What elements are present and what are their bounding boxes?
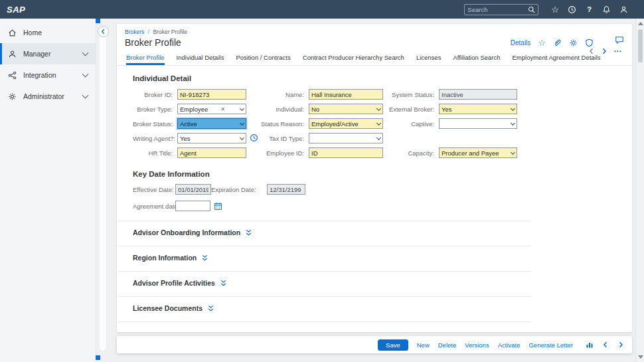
writing-agent-select[interactable]: Yes [177,133,246,143]
section-advisor-onboarding-information[interactable]: Advisor Onboarding Information [133,228,632,236]
individual-label: Individual: [248,106,307,113]
sidebar-item-home[interactable]: Home [0,22,96,43]
breadcrumb-link-brokers[interactable]: Brokers [125,29,144,35]
scrollbar-thumb[interactable] [638,29,643,62]
next-page-icon[interactable] [617,341,624,348]
sidebar-item-label: Home [23,29,42,37]
notifications-icon[interactable] [602,5,611,14]
splitter-handle-top [96,19,100,23]
page-title: Broker Profile [125,37,181,48]
external-broker-select[interactable]: Yes [439,104,517,114]
capacity-label: Capacity: [385,149,437,157]
expand-section-icon[interactable] [207,305,214,312]
scroll-down-arrow[interactable] [638,355,643,359]
activate-button[interactable]: Activate [498,341,521,349]
sidebar-item-label: Manager [23,50,50,58]
tab-strip: Broker Profile Individual Details Positi… [117,48,632,66]
expand-section-icon[interactable] [245,229,252,236]
tab-employment-agreement-details[interactable]: Employment Agreement Details [513,54,601,65]
section-advisor-profile-activities[interactable]: Advisor Profile Activities [133,279,632,287]
sidebar-item-administrator[interactable]: Administrator [0,86,96,107]
tab-licenses[interactable]: Licenses [416,54,442,65]
shield-icon[interactable] [585,39,594,47]
key-date-row-2: Agreement date: [133,201,632,211]
previous-page-icon[interactable] [602,341,609,348]
agreement-date-input[interactable] [175,201,210,211]
hr-title-input[interactable] [177,147,246,158]
favorites-icon[interactable]: ☆ [551,5,559,14]
home-icon [8,29,17,37]
search-input[interactable] [467,6,528,13]
sidebar-item-integration[interactable]: Integration [0,64,96,86]
tab-contract-producer-hierarchy-search[interactable]: Contract Producer Hierarchy Search [303,54,404,65]
overflow-menu-icon[interactable]: ⋯ [613,48,621,54]
history-icon[interactable] [568,5,576,14]
name-label: Name: [248,91,307,98]
tab-broker-profile[interactable]: Broker Profile [126,54,165,65]
save-button[interactable]: Save [378,339,408,351]
broker-id-input[interactable] [177,89,246,100]
system-status-label: System Status: [385,91,437,98]
chevron-down-icon [82,71,89,78]
section-region-information[interactable]: Region Information [133,254,632,262]
writing-agent-value: Yes [180,135,191,142]
tax-id-type-select[interactable] [309,133,383,143]
effective-date-label: Effective Date: [133,186,175,193]
profile-icon[interactable] [619,5,628,14]
expand-section-icon[interactable] [201,254,208,262]
clear-icon[interactable]: × [221,106,228,113]
delete-button[interactable]: Delete [438,341,456,349]
divider [118,296,531,297]
collapse-panel-button[interactable] [98,26,109,37]
paperclip-icon[interactable] [553,39,562,47]
broker-profile-page: Brokers / Broker Profile Broker Profile … [117,24,632,332]
sidebar-item-label: Administrator [23,92,64,100]
header-actions: Details ☆ [511,39,594,47]
tab-position-contracts[interactable]: Position / Contracts [236,54,290,65]
employee-id-input[interactable] [309,147,383,158]
chevron-down-icon[interactable] [240,106,244,110]
calendar-icon[interactable] [214,202,222,211]
shell-search[interactable] [464,4,538,15]
name-input[interactable] [309,89,383,100]
chevron-down-icon [511,149,515,154]
sidebar-item-label: Integration [23,71,56,79]
external-broker-label: External Broker: [385,106,437,113]
scroll-up-arrow[interactable] [638,22,643,25]
sidebar-item-manager[interactable]: Manager [0,43,96,64]
status-reason-select[interactable]: Employed/Active [309,118,383,129]
clock-icon[interactable] [250,134,258,142]
gear-icon[interactable] [569,39,578,47]
manager-icon [8,50,17,58]
chevron-down-icon [376,120,381,125]
vertical-scrollbar[interactable] [635,19,644,362]
captive-select[interactable] [439,118,517,129]
broker-type-combobox[interactable]: Employee × [177,104,246,114]
expand-section-icon[interactable] [220,280,227,287]
broker-type-label: Broker Type: [133,106,175,113]
details-link[interactable]: Details [511,39,531,46]
comment-icon[interactable] [615,36,624,45]
employee-id-label: Employee ID: [248,149,307,157]
section-title-individual-detail: Individual Detail [133,74,632,82]
broker-status-select[interactable]: Active [177,118,246,129]
search-icon[interactable] [528,6,535,13]
capacity-select[interactable]: Producer and Payee [439,147,517,158]
section-licensee-documents[interactable]: Licensee Documents [133,304,632,312]
external-broker-value: Yes [442,106,452,113]
individual-select[interactable]: No [309,104,383,114]
favorite-icon[interactable]: ☆ [538,39,546,47]
section-title: Advisor Profile Activities [133,279,215,287]
sap-logo[interactable]: SAP [7,5,25,15]
generate-letter-button[interactable]: Generate Letter [528,341,573,349]
versions-button[interactable]: Versions [465,341,489,349]
tab-affiliation-search[interactable]: Affiliation Search [453,54,500,65]
next-record-icon[interactable] [601,48,607,54]
previous-record-icon[interactable] [588,48,595,54]
log-chart-icon[interactable] [586,341,594,349]
tab-individual-details[interactable]: Individual Details [177,54,224,65]
new-button[interactable]: New [417,341,430,349]
help-icon[interactable]: ? [585,5,594,13]
splitter[interactable] [99,25,107,351]
expiration-date-input [267,184,305,195]
